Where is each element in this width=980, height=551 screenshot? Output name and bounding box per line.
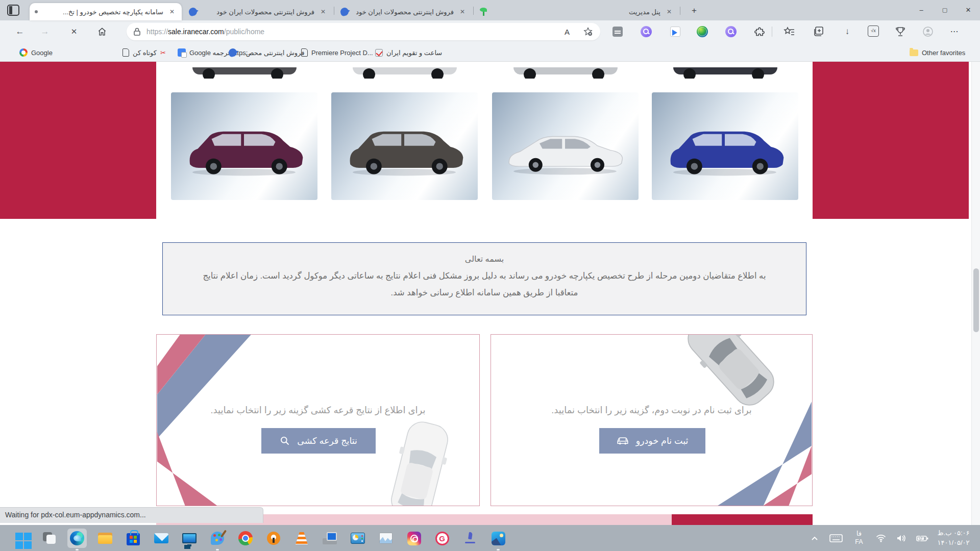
iranecar-logo-icon <box>188 7 198 17</box>
tab-close-icon[interactable]: ✕ <box>167 7 177 16</box>
car-image-white-sedan[interactable] <box>492 92 639 200</box>
taskbar-g-app-icon[interactable]: G <box>432 529 452 548</box>
scrollbar-thumb[interactable] <box>973 268 979 332</box>
tab-title: پنل مدیریت <box>487 8 665 16</box>
taskbar-edge-icon[interactable] <box>67 529 87 548</box>
touch-keyboard-icon[interactable] <box>825 534 847 542</box>
tray-chevron-up-icon[interactable] <box>804 536 825 541</box>
extension-translate-doc-icon[interactable] <box>669 26 681 38</box>
tab-2[interactable]: فروش اینترنتی محصولات ایران خود ✕ <box>184 3 333 20</box>
taskbar-remote-pc-icon[interactable] <box>320 529 339 548</box>
volume-icon[interactable] <box>891 534 912 542</box>
clock-date[interactable]: ۰۵:۰۶ ب.ظ۱۴۰۱/۰۵/۰۲ <box>933 529 980 547</box>
register-car-button[interactable]: ثبت نام خودرو <box>599 428 705 454</box>
bookmark-google[interactable]: Google <box>19 47 53 58</box>
task-view-button[interactable] <box>39 529 59 548</box>
stop-loading-icon[interactable]: ✕ <box>66 24 82 39</box>
left-red-sidebar <box>0 62 156 219</box>
tab-separator <box>473 7 474 15</box>
wifi-icon[interactable] <box>871 534 891 542</box>
other-favorites-button[interactable]: Other favorites <box>910 47 965 58</box>
tab-4[interactable]: پنل مدیریت ✕ <box>475 3 679 20</box>
profile-avatar-icon[interactable] <box>922 26 934 38</box>
taskbar-photos-icon[interactable] <box>488 529 508 548</box>
math-solver-icon[interactable]: √x <box>868 26 880 38</box>
rewards-trophy-icon[interactable] <box>894 26 906 38</box>
taskbar-performance-monitor-icon[interactable] <box>376 529 396 548</box>
back-icon[interactable]: ← <box>12 24 28 39</box>
browser-tab-bar: سامانه یکپارچه تخصیص خودرو | تخ... ✕ فرو… <box>0 0 980 20</box>
car-image-burgundy-suv[interactable] <box>171 92 317 200</box>
tab-1-active[interactable]: سامانه یکپارچه تخصیص خودرو | تخ... ✕ <box>30 3 182 20</box>
windows-taskbar: G فاFA ۰۵:۰۶ ب.ظ۱۴۰۱/۰۵/۰۲ <box>0 525 980 551</box>
bookmark-iran-clock-calendar[interactable]: ساعت و تقویم ایران <box>375 47 442 58</box>
bookmark-kootah-kon[interactable]: کوتاه کن ✂ <box>122 47 166 58</box>
tab-3[interactable]: فروش اینترنتی محصولات ایران خود ✕ <box>335 3 472 20</box>
taskbar-paint-icon[interactable] <box>208 529 227 548</box>
downloads-icon[interactable]: ↓ <box>841 26 853 38</box>
add-favorite-star-icon[interactable] <box>583 27 593 37</box>
page-favicon-icon <box>301 48 308 57</box>
extension-search-purple-icon[interactable] <box>640 26 652 38</box>
lottery-card-text: برای اطلاع از نتایج قرعه کشی گزینه زیر ر… <box>157 405 479 416</box>
settings-menu-icon[interactable]: ⋯ <box>948 26 961 38</box>
taskbar-system-chart-icon[interactable] <box>348 529 368 548</box>
page-favicon-icon <box>122 48 129 57</box>
bookmark-iranecar[interactable]: فروش اینترنتی محص... <box>229 47 305 58</box>
extension-gray-badge-icon[interactable] <box>611 26 624 38</box>
language-indicator[interactable]: فاFA <box>847 530 871 546</box>
battery-charging-icon[interactable] <box>912 535 933 542</box>
favorites-icon[interactable] <box>783 26 795 38</box>
lottery-results-button[interactable]: نتایج قرعه کشی <box>261 428 376 454</box>
google-translate-favicon-icon <box>178 48 186 57</box>
lottery-results-card: برای اطلاع از نتایج قرعه کشی گزینه زیر ر… <box>156 334 480 506</box>
start-button[interactable] <box>11 529 31 548</box>
new-tab-button[interactable]: + <box>687 4 702 17</box>
iranecar-logo-icon <box>340 7 350 17</box>
window-minimize-button[interactable]: – <box>910 0 933 20</box>
taskbar-mail-icon[interactable] <box>152 529 171 548</box>
tab-actions-icon[interactable] <box>7 5 19 16</box>
taskbar-microsoft-store-icon[interactable] <box>124 529 143 548</box>
iranecar-favicon-icon <box>228 48 238 58</box>
google-favicon-icon <box>19 48 28 57</box>
tab-close-icon[interactable]: ✕ <box>458 7 467 16</box>
extension-idm-globe-icon[interactable] <box>696 26 708 38</box>
notice-line-1: به اطلاع متقاضیان دومین مرحله از طرح تخص… <box>163 271 806 281</box>
browser-status-bubble: Waiting for pdx-col.eum-appdynamics.com.… <box>0 507 263 523</box>
taskbar-persian-app-icon[interactable] <box>460 529 480 548</box>
taskbar-openvpn-icon[interactable] <box>264 529 283 548</box>
read-aloud-icon[interactable]: A <box>565 28 570 36</box>
home-icon[interactable] <box>94 24 110 39</box>
collections-icon[interactable] <box>813 26 825 38</box>
taskbar-vlc-icon[interactable] <box>292 529 311 548</box>
partial-car-image <box>492 67 639 79</box>
scissors-icon: ✂ <box>160 49 166 57</box>
window-maximize-button[interactable]: ▢ <box>933 0 957 20</box>
register-card-text: برای ثبت نام در نوبت دوم، گزینه زیر را ا… <box>491 405 812 416</box>
taskbar-display-icon[interactable] <box>180 529 199 548</box>
taskbar-file-explorer-icon[interactable] <box>95 529 115 548</box>
tray-date: ۱۴۰۱/۰۵/۰۲ <box>937 538 969 547</box>
tab-title: سامانه یکپارچه تخصیص خودرو | تخ... <box>38 8 167 16</box>
tab-close-icon[interactable]: ✕ <box>665 7 674 16</box>
tab-separator <box>334 7 334 15</box>
partial-car-image <box>171 67 317 79</box>
bookmark-premiere-project[interactable]: Premiere Project D... <box>301 47 373 58</box>
url-text: https://sale.iranecar.com/public/home <box>146 28 264 36</box>
extension-search-purple-2-icon[interactable] <box>725 26 737 38</box>
taskbar-instagram-icon[interactable] <box>404 529 424 548</box>
car-image-blue-suv[interactable] <box>652 92 798 200</box>
red-check-favicon-icon <box>375 49 383 57</box>
tab-close-icon[interactable]: ✕ <box>318 7 328 16</box>
footer-red-block <box>672 514 813 525</box>
car-image-gray-suv[interactable] <box>331 92 478 200</box>
system-tray: فاFA ۰۵:۰۶ ب.ظ۱۴۰۱/۰۵/۰۲ <box>804 525 980 551</box>
taskbar-chrome-icon[interactable] <box>236 529 255 548</box>
extensions-puzzle-icon[interactable] <box>753 26 766 38</box>
page-scrollbar[interactable] <box>971 62 980 525</box>
web-page-content: بسمه تعالی به اطلاع متقاضیان دومین مرحله… <box>0 62 980 525</box>
car-registration-card: برای ثبت نام در نوبت دوم، گزینه زیر را ا… <box>491 334 813 506</box>
window-close-button[interactable]: ✕ <box>957 0 980 20</box>
address-bar[interactable]: https://sale.iranecar.com/public/home A <box>127 23 600 40</box>
